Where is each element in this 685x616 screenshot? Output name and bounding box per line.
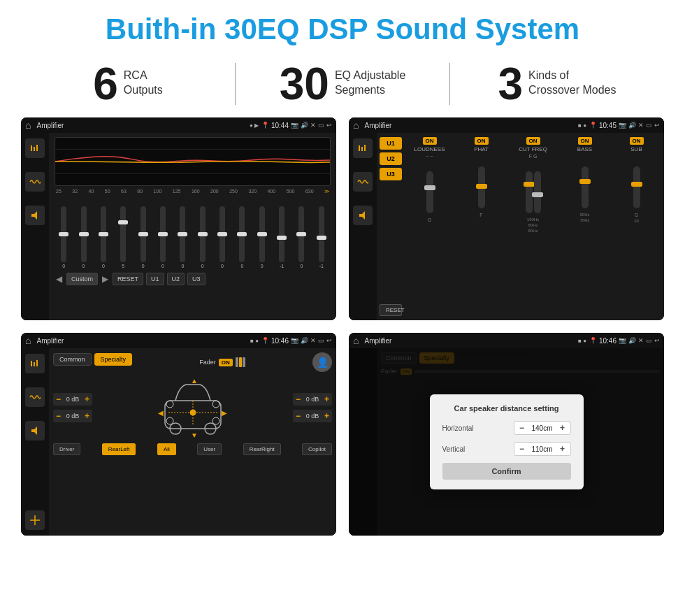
time-2: 10:45 [599, 122, 616, 129]
loudness-on[interactable]: ON [423, 137, 437, 145]
screen-amp: ⌂ Amplifier ■ ● 📍 10:45 📷 🔊 ✕ ▭ ↩ [349, 117, 664, 320]
preset-u2-amp[interactable]: U2 [380, 152, 402, 165]
loudness-slider-g[interactable] [426, 171, 433, 213]
wave-btn[interactable] [25, 172, 45, 192]
app-title-1: Amplifier [36, 122, 246, 129]
screen4-body: Common Specialty Fader ON Car speaker di… [349, 348, 664, 536]
all-btn[interactable]: All [157, 443, 176, 455]
bass-slider[interactable] [582, 166, 589, 208]
speaker-btn[interactable] [25, 206, 45, 225]
speaker-icon-3[interactable] [25, 421, 45, 440]
dialog-overlay: Car speaker distance setting Horizontal … [349, 348, 664, 536]
back-icon-1[interactable]: ↩ [326, 122, 332, 129]
phat-on[interactable]: ON [475, 137, 489, 145]
back-icon-4[interactable]: ↩ [654, 337, 660, 344]
equalizer-btn[interactable] [25, 138, 45, 158]
stat-eq: 30 EQ AdjustableSegments [257, 62, 428, 106]
horizontal-row: Horizontal − 140cm + [442, 421, 571, 435]
sub-label: SUB [630, 146, 642, 152]
dot-icons-2: ■ ● [578, 122, 586, 129]
preset-reset[interactable]: RESET [113, 273, 143, 285]
home-icon-3[interactable]: ⌂ [25, 335, 31, 346]
tab-specialty[interactable]: Specialty [94, 353, 133, 366]
volume-icon-2: 🔊 [628, 122, 636, 129]
rearright-btn[interactable]: RearRight [243, 443, 281, 455]
screen3-body: Common Specialty Fader ON 👤 [21, 348, 336, 536]
status-bar-2: ⌂ Amplifier ■ ● 📍 10:45 📷 🔊 ✕ ▭ ↩ [349, 117, 664, 133]
wave-icon-2[interactable] [353, 172, 373, 192]
fr-db-value: 0 dB [303, 396, 322, 403]
page-title: Buith-in 30EQ DSP Sound System [0, 0, 685, 55]
phat-slider[interactable] [478, 166, 485, 208]
preset-u3[interactable]: U3 [187, 273, 206, 285]
reset-btn-amp[interactable]: RESET [380, 304, 402, 316]
x-icon-1: ✕ [310, 122, 316, 129]
user-btn[interactable]: User [197, 443, 222, 455]
eq-freq-labels: 25 32 40 50 63 80 100 125 160 200 250 32… [55, 189, 331, 194]
fader-on-badge[interactable]: ON [219, 359, 233, 366]
back-icon-3[interactable]: ↩ [326, 337, 332, 344]
time-3: 10:46 [271, 337, 289, 345]
status-icons-1: 📍 10:44 📷 🔊 ✕ ▭ ↩ [261, 122, 332, 129]
svg-marker-14 [31, 427, 37, 435]
bass-on[interactable]: ON [578, 137, 592, 145]
arrows-icon-3[interactable] [25, 510, 45, 530]
dot-icons-4: ■ ● [578, 338, 586, 344]
prev-arrow[interactable]: ◀ [55, 273, 64, 285]
vertical-minus[interactable]: − [517, 444, 527, 454]
location-icon-2: 📍 [589, 122, 597, 129]
battery-icon-1: ▭ [318, 122, 324, 129]
svg-rect-0 [31, 145, 32, 151]
rr-plus[interactable]: + [324, 411, 329, 421]
home-icon-1[interactable]: ⌂ [25, 120, 31, 131]
rr-db-control: − 0 dB + [293, 410, 332, 422]
horizontal-value: 140cm [530, 424, 555, 432]
horizontal-minus[interactable]: − [517, 423, 527, 433]
horizontal-plus[interactable]: + [558, 423, 568, 433]
battery-icon-2: ▭ [646, 122, 652, 129]
preset-u1-amp[interactable]: U1 [380, 137, 402, 150]
x-icon-4: ✕ [638, 337, 644, 344]
wave-icon-3[interactable] [25, 387, 45, 407]
vertical-plus[interactable]: + [558, 444, 568, 454]
fr-plus[interactable]: + [324, 394, 329, 404]
svg-marker-3 [31, 211, 37, 220]
vertical-label: Vertical [442, 445, 481, 453]
rl-minus[interactable]: − [56, 411, 61, 421]
speaker-icon-2[interactable] [353, 206, 373, 225]
fl-minus[interactable]: − [56, 394, 61, 404]
eq-icon-2[interactable] [353, 138, 373, 158]
tab-common[interactable]: Common [53, 353, 92, 366]
home-icon-4[interactable]: ⌂ [353, 335, 359, 346]
copilot-btn[interactable]: Copilot [302, 443, 332, 455]
dot-icons-1: ● ▶ [250, 122, 259, 129]
cutfreq-slider-g[interactable] [534, 171, 541, 213]
sub-on[interactable]: ON [630, 137, 644, 145]
driver-btn[interactable]: Driver [53, 443, 80, 455]
loudness-label: LOUDNESS [414, 146, 445, 152]
confirm-button[interactable]: Confirm [442, 463, 571, 480]
rearleft-btn[interactable]: RearLeft [102, 443, 136, 455]
svg-point-22 [212, 401, 219, 408]
stat-number-rca: 6 [93, 62, 118, 106]
home-icon-2[interactable]: ⌂ [353, 120, 359, 131]
fr-minus[interactable]: − [296, 394, 301, 404]
rr-minus[interactable]: − [296, 411, 301, 421]
cutfreq-on[interactable]: ON [526, 137, 540, 145]
preset-u2[interactable]: U2 [167, 273, 185, 285]
cutfreq-slider-f[interactable] [526, 171, 533, 213]
fl-plus[interactable]: + [85, 394, 89, 404]
volume-icon-3: 🔊 [301, 337, 308, 344]
preset-custom[interactable]: Custom [66, 273, 98, 285]
battery-icon-3: ▭ [318, 337, 324, 344]
sub-slider[interactable] [633, 166, 640, 208]
rl-plus[interactable]: + [85, 411, 89, 421]
volume-icon-1: 🔊 [301, 122, 308, 129]
preset-u3-amp[interactable]: U3 [380, 168, 402, 180]
camera-icon-1: 📷 [291, 122, 298, 129]
eq-icon-3[interactable] [25, 354, 45, 373]
user-avatar[interactable]: 👤 [312, 352, 332, 372]
back-icon-2[interactable]: ↩ [654, 122, 660, 129]
next-arrow[interactable]: ▶ [101, 273, 110, 285]
preset-u1[interactable]: U1 [146, 273, 164, 285]
